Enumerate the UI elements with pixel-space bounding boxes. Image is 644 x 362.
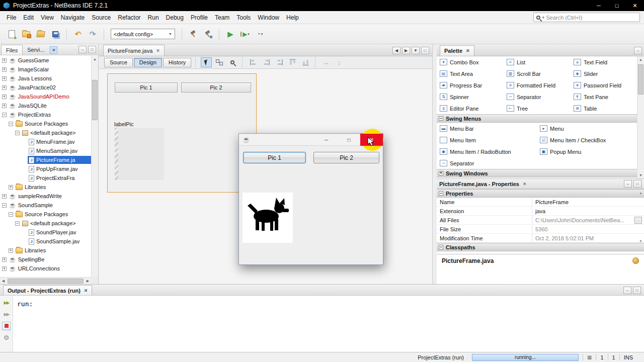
- minimize-panel-button[interactable]: –: [78, 46, 87, 53]
- design-form[interactable]: Pic 1 Pic 2 labelPic: [107, 73, 257, 193]
- window-minimize-button[interactable]: ─: [590, 0, 608, 11]
- scrollbar-thumb[interactable]: [638, 64, 643, 95]
- palette-item[interactable]: ◈Slider: [571, 68, 637, 79]
- close-tab-icon[interactable]: ✕: [84, 288, 88, 293]
- collapse-section-icon[interactable]: −: [439, 116, 443, 121]
- tree-item[interactable]: −SoundSample: [0, 201, 91, 210]
- property-row[interactable]: Extensionjava: [437, 207, 644, 216]
- palette-item[interactable]: ▬Menu Bar: [437, 123, 537, 134]
- menu-navigate[interactable]: Navigate: [57, 12, 88, 23]
- tab-pictureframe-java[interactable]: PictureFrame.java ✕: [103, 45, 165, 56]
- tree-toggle-icon[interactable]: +: [9, 248, 13, 253]
- connection-mode-button[interactable]: [214, 57, 225, 67]
- collapse-section-icon[interactable]: −: [439, 245, 443, 249]
- scroll-up-icon[interactable]: ▲: [92, 56, 98, 62]
- status-progress-bar[interactable]: running...: [472, 354, 579, 361]
- menu-edit[interactable]: Edit: [20, 12, 37, 23]
- float-panel-button[interactable]: □: [633, 180, 641, 188]
- run-project-button[interactable]: ▶: [224, 28, 237, 41]
- align-right-button[interactable]: [261, 57, 272, 67]
- menu-profile[interactable]: Profile: [187, 12, 211, 23]
- palette-scrollbar[interactable]: ▲ ▼: [637, 56, 644, 178]
- palette-item[interactable]: ⇅Spinner: [437, 91, 504, 103]
- tree-item[interactable]: PictureFrame.ja: [0, 155, 91, 164]
- center-horizontal-button[interactable]: [274, 57, 285, 67]
- design-button-pic2[interactable]: Pic 2: [181, 82, 251, 93]
- tree-toggle-icon[interactable]: +: [9, 185, 13, 190]
- menu-window[interactable]: Window: [254, 12, 283, 23]
- palette-item[interactable]: ▣Popup Menu: [537, 146, 637, 157]
- tree-toggle-icon[interactable]: +: [2, 58, 7, 63]
- palette-item[interactable]: ≡List: [504, 56, 571, 68]
- tab-palette[interactable]: Palette ✕: [440, 45, 474, 56]
- tree-toggle-icon[interactable]: +: [2, 266, 7, 271]
- palette-item[interactable]: §Editor Pane: [437, 103, 504, 114]
- tree-item[interactable]: SoundSample.jav: [0, 237, 91, 246]
- tree-item[interactable]: PopUpFrame.jav: [0, 164, 91, 173]
- tree-item[interactable]: MenuFrame.jav: [0, 137, 91, 146]
- tree-item[interactable]: MenuSample.jav: [0, 146, 91, 155]
- tree-toggle-icon[interactable]: +: [2, 194, 7, 199]
- app-minimize-button[interactable]: ─: [315, 134, 338, 146]
- preview-design-button[interactable]: [227, 57, 238, 67]
- palette-item[interactable]: ⊢Tree: [504, 103, 571, 114]
- maximize-editor-button[interactable]: □: [421, 47, 429, 54]
- tab-services[interactable]: Servi...: [23, 45, 49, 55]
- scroll-up-icon[interactable]: ▲: [637, 56, 644, 63]
- tree-item[interactable]: SoundPlayer.jav: [0, 228, 91, 237]
- tree-toggle-icon[interactable]: −: [2, 203, 7, 208]
- palette-item[interactable]: ▰Progress Bar: [437, 79, 504, 91]
- horizontal-resizable-button[interactable]: ↔: [320, 57, 332, 67]
- tree-toggle-icon[interactable]: +: [2, 104, 7, 108]
- close-panel-icon[interactable]: ✕: [523, 182, 527, 187]
- close-tab-button[interactable]: ✕: [50, 46, 57, 54]
- undo-button[interactable]: ↶: [71, 28, 85, 41]
- tree-toggle-icon[interactable]: −: [9, 122, 13, 126]
- tree-item[interactable]: −<default package>: [0, 128, 91, 137]
- new-project-button[interactable]: [20, 28, 33, 41]
- tree-horizontal-scrollbar[interactable]: ◀ ▶: [0, 277, 91, 284]
- view-source-button[interactable]: Source: [104, 58, 133, 67]
- config-selector[interactable]: <default config> ▼: [111, 29, 175, 39]
- menu-tools[interactable]: Tools: [233, 12, 254, 23]
- property-row[interactable]: File Size5360: [437, 225, 644, 234]
- clean-build-project-button[interactable]: [201, 28, 214, 41]
- scrollbar-thumb[interactable]: [8, 279, 84, 284]
- palette-item[interactable]: ▾Combo Box: [437, 56, 504, 68]
- classpaths-section-header[interactable]: − Classpaths: [437, 243, 644, 251]
- quick-search-box[interactable]: ▾: [533, 13, 640, 22]
- menu-refactor[interactable]: Refactor: [114, 12, 144, 23]
- tree-item[interactable]: +sampleReadWrite: [0, 192, 91, 201]
- scroll-left-icon[interactable]: ◀: [0, 279, 7, 283]
- tree-item[interactable]: −<default package>: [0, 219, 91, 228]
- scroll-up-icon[interactable]: ▲: [639, 191, 642, 195]
- collapse-section-icon[interactable]: −: [439, 191, 443, 196]
- navigator-filter-icon[interactable]: [632, 257, 639, 264]
- tree-item[interactable]: −ProjectExtras: [0, 110, 91, 119]
- tree-item[interactable]: ProjectExtraFra: [0, 173, 91, 183]
- save-all-button[interactable]: [49, 28, 62, 41]
- close-tab-icon[interactable]: ✕: [156, 48, 160, 53]
- palette-item[interactable]: ▤Text Area: [437, 68, 504, 79]
- tab-list-button[interactable]: ▼: [412, 47, 420, 54]
- tree-item[interactable]: +SpellingBe: [0, 255, 91, 264]
- palette-item[interactable]: #Formatted Field: [504, 79, 571, 91]
- palette-item[interactable]: ·Menu Item: [437, 134, 537, 146]
- rerun-with-params-button[interactable]: ▶▶: [2, 310, 11, 319]
- tree-item[interactable]: +Libraries: [0, 246, 91, 255]
- tree-item[interactable]: −Source Packages: [0, 210, 91, 219]
- maximize-panel-button[interactable]: □: [633, 287, 641, 294]
- close-tab-icon[interactable]: ✕: [466, 48, 470, 53]
- tree-toggle-icon[interactable]: −: [2, 113, 7, 117]
- tree-item[interactable]: +JavaSoundAPIDemo: [0, 92, 91, 101]
- minimize-panel-button[interactable]: –: [624, 180, 632, 188]
- scroll-tabs-right-button[interactable]: ▶: [402, 47, 410, 54]
- tree-vertical-scrollbar[interactable]: ▲: [91, 56, 98, 277]
- tree-toggle-icon[interactable]: +: [2, 257, 7, 262]
- palette-section-header[interactable]: +Swing Windows: [437, 169, 637, 177]
- tree-item[interactable]: +Java Lessons: [0, 74, 91, 83]
- tab-output[interactable]: Output - ProjectExtras (run) ✕: [3, 285, 92, 295]
- tree-toggle-icon[interactable]: −: [9, 212, 13, 217]
- float-panel-button[interactable]: □: [88, 46, 96, 53]
- tree-item[interactable]: +URLConnections: [0, 264, 91, 273]
